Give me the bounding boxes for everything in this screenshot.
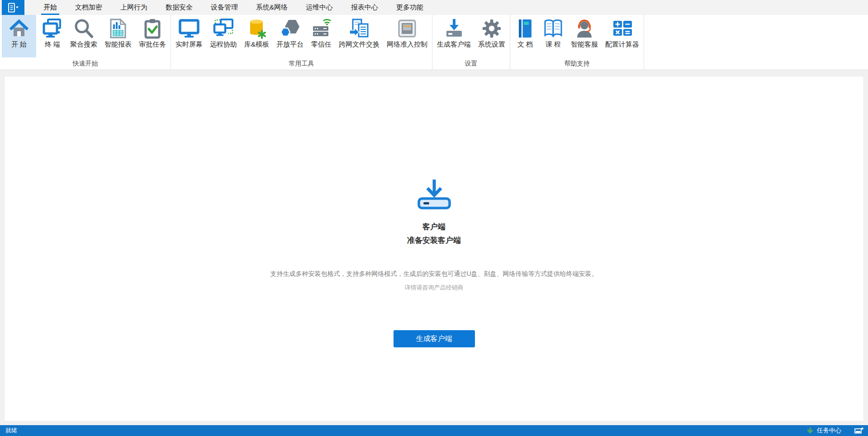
ribbon-start-button[interactable]: 开 始 xyxy=(2,15,36,57)
remote-assist-icon xyxy=(213,18,234,39)
tab-system-network[interactable]: 系统&网络 xyxy=(254,0,290,15)
ribbon-item-approval-task[interactable]: 审批任务 xyxy=(135,15,170,57)
status-bar-right: 任务中心 xyxy=(806,427,868,435)
ribbon-item-label: 生成客户端 xyxy=(437,40,471,49)
ribbon-item-config-calculator[interactable]: 配置计算器 xyxy=(602,15,643,57)
ribbon-item-library-template[interactable]: 库&模板 xyxy=(241,15,273,57)
ribbon-item-label: 跨网文件交换 xyxy=(339,40,379,49)
caret-down-icon xyxy=(16,6,19,8)
smart-service-icon xyxy=(574,18,595,39)
ribbon-group-help-support: 文 档 课 程 xyxy=(510,15,644,70)
ribbon-item-generate-client[interactable]: 生成客户端 xyxy=(433,15,474,57)
description-text: 支持生成多种安装包格式，支持多种网络模式，生成后的安装包可通过U盘、刻盘、网络传… xyxy=(270,269,598,278)
open-platform-icon xyxy=(280,18,300,39)
ribbon-item-label: 聚合搜索 xyxy=(70,40,97,49)
status-bar: 就绪 任务中心 xyxy=(0,425,868,436)
gear-icon xyxy=(481,18,502,39)
ribbon-empty-space xyxy=(644,15,868,70)
task-center-label[interactable]: 任务中心 xyxy=(817,427,841,435)
tab-device-management[interactable]: 设备管理 xyxy=(209,0,240,15)
ribbon-item-label: 课 程 xyxy=(545,40,561,49)
ribbon-item-label: 智能报表 xyxy=(104,40,132,49)
ribbon-item-smart-report[interactable]: 智能报表 xyxy=(101,15,135,57)
calculator-icon xyxy=(612,18,633,39)
ribbon-item-label: 系统设置 xyxy=(478,40,505,49)
library-template-icon xyxy=(247,18,267,39)
ribbon-item-terminal[interactable]: 终 端 xyxy=(38,15,66,57)
ribbon-item-file-exchange[interactable]: 跨网文件交换 xyxy=(335,15,383,57)
ribbon-item-label: 审批任务 xyxy=(139,40,166,49)
ribbon-item-label: 终 端 xyxy=(45,40,60,49)
ribbon-item-label: 实时屏幕 xyxy=(175,40,203,49)
zero-trust-icon xyxy=(311,18,332,39)
ribbon-item-label: 远程协助 xyxy=(210,40,237,49)
ribbon-item-network-access[interactable]: 网络准入控制 xyxy=(383,15,431,57)
tab-home[interactable]: 开始 xyxy=(41,0,59,15)
realtime-screen-icon xyxy=(179,18,199,39)
ribbon-item-label: 配置计算器 xyxy=(605,40,639,49)
client-setup-panel: 客户端 准备安装客户端 支持生成多种安装包格式，支持多种网络模式，生成后的安装包… xyxy=(4,76,864,422)
app-menu-button[interactable] xyxy=(2,0,24,15)
ribbon-item-smart-service[interactable]: 智能客服 xyxy=(567,15,602,57)
ribbon-group-label: 快速开始 xyxy=(0,57,171,70)
client-download-icon xyxy=(414,179,454,211)
terminal-icon xyxy=(42,18,63,39)
ribbon-item-course[interactable]: 课 程 xyxy=(539,15,567,57)
ribbon-item-open-platform[interactable]: 开放平台 xyxy=(273,15,307,57)
ribbon-group-label: 常用工具 xyxy=(171,57,432,70)
ribbon-items-help-support: 文 档 课 程 xyxy=(510,15,644,57)
ribbon: 开 始 终 端 xyxy=(0,15,868,70)
ribbon-item-label: 文 档 xyxy=(517,40,533,49)
generate-client-icon xyxy=(444,18,465,39)
tab-doc-encryption[interactable]: 文档加密 xyxy=(73,0,104,15)
ribbon-item-aggregate-search[interactable]: 聚合搜索 xyxy=(66,15,101,57)
approval-task-icon xyxy=(142,18,163,39)
ribbon-item-label: 开 始 xyxy=(11,40,27,49)
app-menu-icon xyxy=(7,3,19,13)
tab-bar: 开始 文档加密 上网行为 数据安全 设备管理 系统&网络 运维中心 报表中心 更… xyxy=(0,0,868,15)
ribbon-item-label: 零信任 xyxy=(311,40,332,49)
ribbon-item-label: 库&模板 xyxy=(244,40,269,49)
status-text: 就绪 xyxy=(0,427,17,435)
ribbon-item-label: 开放平台 xyxy=(276,40,304,49)
generate-client-button[interactable]: 生成客户端 xyxy=(394,330,475,347)
ribbon-item-remote-assist[interactable]: 远程协助 xyxy=(206,15,241,57)
tab-more-features[interactable]: 更多功能 xyxy=(394,0,426,15)
search-icon xyxy=(73,18,94,39)
ribbon-group-label: 设置 xyxy=(432,57,510,70)
ribbon-items-common-tools: 实时屏幕 远程协助 xyxy=(171,15,432,57)
ribbon-group-common-tools: 实时屏幕 远程协助 xyxy=(171,15,432,70)
page-title: 客户端 xyxy=(422,220,446,234)
document-icon xyxy=(515,18,536,39)
tab-data-security[interactable]: 数据安全 xyxy=(163,0,195,15)
ribbon-item-label: 网络准入控制 xyxy=(387,40,427,49)
page-subtitle: 准备安装客户端 xyxy=(407,234,461,247)
home-icon xyxy=(9,18,29,39)
ribbon-item-realtime-screen[interactable]: 实时屏幕 xyxy=(172,15,206,57)
file-exchange-icon xyxy=(349,18,370,39)
content-area: 客户端 准备安装客户端 支持生成多种安装包格式，支持多种网络模式，生成后的安装包… xyxy=(0,70,868,425)
ribbon-group-settings: 生成客户端 xyxy=(432,15,510,70)
ribbon-items-settings: 生成客户端 xyxy=(432,15,510,57)
course-icon xyxy=(543,18,564,39)
ribbon-item-system-settings[interactable]: 系统设置 xyxy=(474,15,509,57)
ribbon-item-document[interactable]: 文 档 xyxy=(511,15,539,57)
tab-report-center[interactable]: 报表中心 xyxy=(349,0,380,15)
smart-report-icon xyxy=(108,18,128,39)
note-text: 详情请咨询产品经销商 xyxy=(405,283,464,292)
ribbon-items-quick-start: 开 始 终 端 xyxy=(0,15,171,57)
tab-ops-center[interactable]: 运维中心 xyxy=(304,0,335,15)
network-access-icon xyxy=(397,18,417,39)
task-window-icon[interactable] xyxy=(854,427,863,434)
ribbon-group-label: 帮助支持 xyxy=(510,57,644,70)
tab-web-behavior[interactable]: 上网行为 xyxy=(118,0,150,15)
download-arrow-icon xyxy=(806,427,814,434)
tab-list: 开始 文档加密 上网行为 数据安全 设备管理 系统&网络 运维中心 报表中心 更… xyxy=(34,0,432,15)
ribbon-group-quick-start: 开 始 终 端 xyxy=(0,15,171,70)
ribbon-item-label: 智能客服 xyxy=(571,40,598,49)
ribbon-item-zero-trust[interactable]: 零信任 xyxy=(307,15,335,57)
